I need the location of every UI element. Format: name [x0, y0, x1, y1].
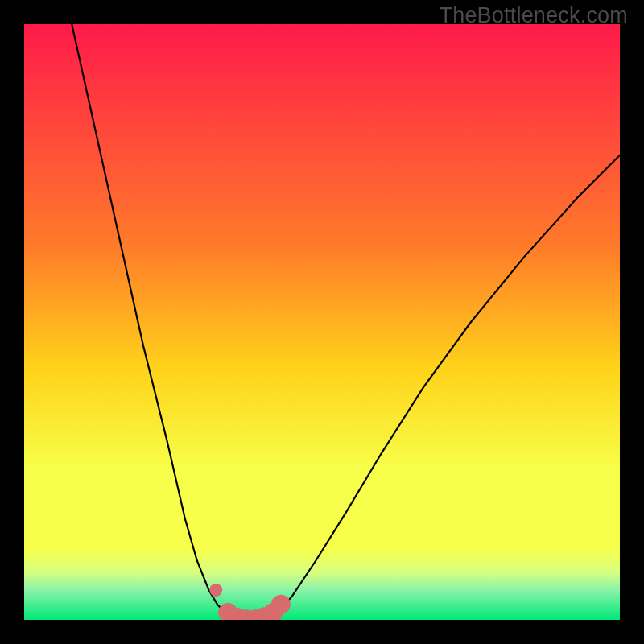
- marker-dot: [271, 595, 291, 614]
- marker-dot: [209, 584, 222, 597]
- chart-frame: [0, 0, 644, 644]
- bottleneck-chart: [24, 24, 620, 620]
- watermark-text: TheBottleneck.com: [439, 3, 628, 28]
- gradient-background: [24, 24, 620, 620]
